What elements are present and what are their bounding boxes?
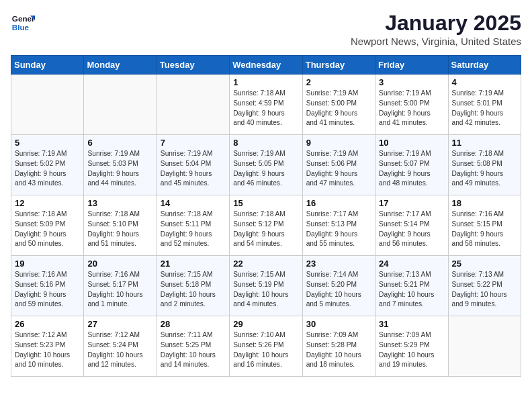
day-number: 7 (161, 138, 226, 148)
day-number: 22 (233, 259, 298, 269)
day-detail: Sunrise: 7:18 AM Sunset: 5:08 PM Dayligh… (452, 149, 517, 189)
day-detail: Sunrise: 7:09 AM Sunset: 5:29 PM Dayligh… (379, 330, 444, 370)
calendar-cell (448, 316, 521, 377)
day-number: 1 (233, 77, 298, 87)
day-detail: Sunrise: 7:19 AM Sunset: 5:02 PM Dayligh… (15, 149, 80, 189)
day-number: 6 (87, 138, 152, 148)
calendar-cell: 16Sunrise: 7:17 AM Sunset: 5:13 PM Dayli… (302, 195, 375, 256)
week-row-2: 5Sunrise: 7:19 AM Sunset: 5:02 PM Daylig… (11, 135, 521, 195)
calendar-cell: 25Sunrise: 7:13 AM Sunset: 5:22 PM Dayli… (448, 256, 521, 316)
day-detail: Sunrise: 7:19 AM Sunset: 5:07 PM Dayligh… (379, 149, 444, 189)
main-title: January 2025 (351, 11, 521, 36)
day-detail: Sunrise: 7:18 AM Sunset: 5:12 PM Dayligh… (233, 210, 298, 249)
day-number: 9 (306, 138, 371, 148)
calendar-cell: 9Sunrise: 7:19 AM Sunset: 5:06 PM Daylig… (302, 135, 375, 195)
day-detail: Sunrise: 7:12 AM Sunset: 5:24 PM Dayligh… (87, 330, 152, 370)
calendar-cell: 22Sunrise: 7:15 AM Sunset: 5:19 PM Dayli… (230, 256, 302, 316)
day-detail: Sunrise: 7:16 AM Sunset: 5:17 PM Dayligh… (87, 270, 152, 310)
logo-icon: General Blue (11, 11, 35, 35)
calendar-cell: 19Sunrise: 7:16 AM Sunset: 5:16 PM Dayli… (11, 256, 84, 316)
day-number: 11 (452, 138, 517, 148)
day-number: 19 (15, 259, 80, 269)
weekday-header-monday: Monday (84, 56, 157, 75)
calendar-cell: 14Sunrise: 7:18 AM Sunset: 5:11 PM Dayli… (157, 195, 229, 256)
weekday-header-sunday: Sunday (11, 56, 84, 75)
page-header: General Blue January 2025 Newport News, … (11, 11, 521, 47)
day-detail: Sunrise: 7:19 AM Sunset: 5:04 PM Dayligh… (161, 149, 226, 189)
day-detail: Sunrise: 7:19 AM Sunset: 5:00 PM Dayligh… (379, 89, 444, 128)
week-row-5: 26Sunrise: 7:12 AM Sunset: 5:23 PM Dayli… (11, 316, 521, 377)
day-detail: Sunrise: 7:18 AM Sunset: 4:59 PM Dayligh… (233, 89, 298, 128)
day-number: 3 (379, 77, 444, 87)
day-detail: Sunrise: 7:16 AM Sunset: 5:16 PM Dayligh… (15, 270, 80, 310)
calendar-cell: 13Sunrise: 7:18 AM Sunset: 5:10 PM Dayli… (84, 195, 157, 256)
week-row-4: 19Sunrise: 7:16 AM Sunset: 5:16 PM Dayli… (11, 256, 521, 316)
day-number: 30 (306, 319, 371, 329)
day-detail: Sunrise: 7:19 AM Sunset: 5:05 PM Dayligh… (233, 149, 298, 189)
day-number: 23 (306, 259, 371, 269)
day-number: 14 (161, 198, 226, 208)
weekday-header-wednesday: Wednesday (230, 56, 302, 75)
calendar-cell: 27Sunrise: 7:12 AM Sunset: 5:24 PM Dayli… (84, 316, 157, 377)
day-number: 25 (452, 259, 517, 269)
calendar-cell (11, 75, 84, 135)
calendar-cell: 15Sunrise: 7:18 AM Sunset: 5:12 PM Dayli… (230, 195, 302, 256)
day-number: 26 (15, 319, 80, 329)
calendar-cell: 1Sunrise: 7:18 AM Sunset: 4:59 PM Daylig… (230, 75, 302, 135)
day-detail: Sunrise: 7:19 AM Sunset: 5:00 PM Dayligh… (306, 89, 371, 128)
svg-text:General: General (12, 14, 35, 23)
day-detail: Sunrise: 7:15 AM Sunset: 5:18 PM Dayligh… (161, 270, 226, 310)
day-number: 31 (379, 319, 444, 329)
day-detail: Sunrise: 7:17 AM Sunset: 5:14 PM Dayligh… (379, 210, 444, 249)
calendar-cell: 4Sunrise: 7:19 AM Sunset: 5:01 PM Daylig… (448, 75, 521, 135)
calendar-cell: 24Sunrise: 7:13 AM Sunset: 5:21 PM Dayli… (375, 256, 448, 316)
calendar-cell: 28Sunrise: 7:11 AM Sunset: 5:25 PM Dayli… (157, 316, 229, 377)
day-number: 20 (87, 259, 152, 269)
day-number: 29 (233, 319, 298, 329)
calendar-cell: 6Sunrise: 7:19 AM Sunset: 5:03 PM Daylig… (84, 135, 157, 195)
day-number: 24 (379, 259, 444, 269)
calendar-cell: 20Sunrise: 7:16 AM Sunset: 5:17 PM Dayli… (84, 256, 157, 316)
weekday-header-thursday: Thursday (302, 56, 375, 75)
day-detail: Sunrise: 7:18 AM Sunset: 5:10 PM Dayligh… (87, 210, 152, 249)
day-number: 13 (87, 198, 152, 208)
day-detail: Sunrise: 7:14 AM Sunset: 5:20 PM Dayligh… (306, 270, 371, 310)
day-number: 17 (379, 198, 444, 208)
calendar-cell: 23Sunrise: 7:14 AM Sunset: 5:20 PM Dayli… (302, 256, 375, 316)
day-detail: Sunrise: 7:17 AM Sunset: 5:13 PM Dayligh… (306, 210, 371, 249)
svg-text:Blue: Blue (12, 23, 30, 32)
day-detail: Sunrise: 7:11 AM Sunset: 5:25 PM Dayligh… (161, 330, 226, 370)
day-number: 15 (233, 198, 298, 208)
calendar-cell: 18Sunrise: 7:16 AM Sunset: 5:15 PM Dayli… (448, 195, 521, 256)
logo: General Blue (11, 11, 35, 35)
calendar-cell: 17Sunrise: 7:17 AM Sunset: 5:14 PM Dayli… (375, 195, 448, 256)
calendar-cell: 29Sunrise: 7:10 AM Sunset: 5:26 PM Dayli… (230, 316, 302, 377)
day-detail: Sunrise: 7:09 AM Sunset: 5:28 PM Dayligh… (306, 330, 371, 370)
weekday-header-tuesday: Tuesday (157, 56, 229, 75)
day-detail: Sunrise: 7:12 AM Sunset: 5:23 PM Dayligh… (15, 330, 80, 370)
calendar-cell: 3Sunrise: 7:19 AM Sunset: 5:00 PM Daylig… (375, 75, 448, 135)
day-number: 4 (452, 77, 517, 87)
calendar-cell: 12Sunrise: 7:18 AM Sunset: 5:09 PM Dayli… (11, 195, 84, 256)
day-number: 21 (161, 259, 226, 269)
week-row-3: 12Sunrise: 7:18 AM Sunset: 5:09 PM Dayli… (11, 195, 521, 256)
calendar-cell: 26Sunrise: 7:12 AM Sunset: 5:23 PM Dayli… (11, 316, 84, 377)
calendar-cell: 8Sunrise: 7:19 AM Sunset: 5:05 PM Daylig… (230, 135, 302, 195)
weekday-header-saturday: Saturday (448, 56, 521, 75)
day-number: 27 (87, 319, 152, 329)
week-row-1: 1Sunrise: 7:18 AM Sunset: 4:59 PM Daylig… (11, 75, 521, 135)
subtitle: Newport News, Virginia, United States (351, 36, 521, 47)
calendar-cell: 2Sunrise: 7:19 AM Sunset: 5:00 PM Daylig… (302, 75, 375, 135)
day-detail: Sunrise: 7:16 AM Sunset: 5:15 PM Dayligh… (452, 210, 517, 249)
day-number: 18 (452, 198, 517, 208)
day-number: 10 (379, 138, 444, 148)
day-detail: Sunrise: 7:10 AM Sunset: 5:26 PM Dayligh… (233, 330, 298, 370)
weekday-header-friday: Friday (375, 56, 448, 75)
day-detail: Sunrise: 7:15 AM Sunset: 5:19 PM Dayligh… (233, 270, 298, 310)
day-detail: Sunrise: 7:13 AM Sunset: 5:21 PM Dayligh… (379, 270, 444, 310)
calendar-cell: 11Sunrise: 7:18 AM Sunset: 5:08 PM Dayli… (448, 135, 521, 195)
day-number: 2 (306, 77, 371, 87)
calendar: SundayMondayTuesdayWednesdayThursdayFrid… (11, 55, 521, 377)
day-detail: Sunrise: 7:18 AM Sunset: 5:11 PM Dayligh… (161, 210, 226, 249)
calendar-cell: 7Sunrise: 7:19 AM Sunset: 5:04 PM Daylig… (157, 135, 229, 195)
